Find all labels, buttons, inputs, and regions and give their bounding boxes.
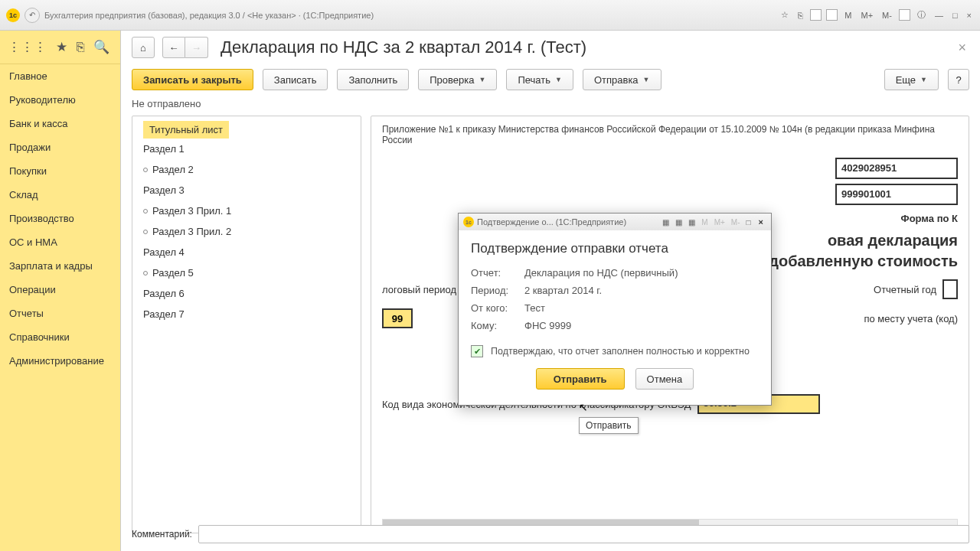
titlebar-icon[interactable] xyxy=(810,9,822,21)
dialog-icon[interactable]: M+ xyxy=(713,218,727,227)
dialog-value: Тест xyxy=(524,302,545,314)
dialog-maximize[interactable]: □ xyxy=(745,218,753,227)
clipboard-icon[interactable]: ⎘ xyxy=(77,40,84,55)
sidebar-item[interactable]: Главное xyxy=(0,64,120,88)
app-title: Бухгалтерия предприятия (базовая), редак… xyxy=(44,11,774,20)
apps-icon[interactable]: ⋮⋮⋮ xyxy=(8,39,47,55)
sidebar-item[interactable]: Руководителю xyxy=(0,88,120,112)
search-icon[interactable]: 🔍 xyxy=(93,39,109,55)
window-close[interactable]: × xyxy=(965,9,974,21)
window-maximize[interactable]: □ xyxy=(950,9,960,21)
sidebar-item[interactable]: Отчеты xyxy=(0,302,120,325)
window-minimize[interactable]: — xyxy=(933,9,946,21)
dialog-icon[interactable]: ▦ xyxy=(687,218,697,227)
titlebar-icon[interactable] xyxy=(826,9,838,21)
titlebar-icon[interactable] xyxy=(899,9,910,21)
sidebar-item[interactable]: Склад xyxy=(0,183,120,207)
sidebar-item[interactable]: Производство xyxy=(0,207,120,230)
main-sidebar: ⋮⋮⋮ ★ ⎘ 🔍 Главное Руководителю Банк и ка… xyxy=(0,31,121,551)
titlebar-icon[interactable]: ⎘ xyxy=(795,9,805,21)
dialog-value: ФНС 9999 xyxy=(524,320,571,331)
dialog-icon[interactable]: ▦ xyxy=(674,218,684,227)
dialog-heading: Подтверждение отправки отчета xyxy=(471,241,759,256)
titlebar-icon[interactable]: ☆ xyxy=(779,8,791,21)
cancel-button[interactable]: Отмена xyxy=(635,368,694,390)
sidebar-item[interactable]: Банк и касса xyxy=(0,112,120,135)
dialog-icon[interactable]: M- xyxy=(730,218,742,227)
dialog-icon[interactable]: ▦ xyxy=(661,218,671,227)
submit-button[interactable]: Отправить xyxy=(536,368,625,390)
dialog-label: Отчет: xyxy=(471,267,524,279)
dialog-value: 2 квартал 2014 г. xyxy=(524,285,602,296)
sidebar-item[interactable]: Покупки xyxy=(0,159,120,183)
sidebar-item[interactable]: Справочники xyxy=(0,325,120,349)
app-logo-icon: 1c xyxy=(6,8,20,22)
app-titlebar: 1c ↶ Бухгалтерия предприятия (базовая), … xyxy=(0,0,980,31)
favorite-icon[interactable]: ★ xyxy=(56,39,67,55)
dialog-label: Кому: xyxy=(471,320,524,331)
dialog-window-title: Подтверждение о... (1С:Предприятие) xyxy=(477,217,658,227)
titlebar-help-icon[interactable]: ⓘ xyxy=(915,8,928,22)
sidebar-item[interactable]: ОС и НМА xyxy=(0,230,120,254)
dialog-close-button[interactable]: × xyxy=(756,217,766,227)
dialog-label: Период: xyxy=(471,285,524,296)
confirm-text: Подтверждаю, что отчет заполнен полность… xyxy=(491,346,750,357)
confirm-checkbox[interactable]: ✔ xyxy=(471,345,483,357)
titlebar-m[interactable]: М xyxy=(842,9,854,21)
dialog-value: Декларация по НДС (первичный) xyxy=(524,267,678,279)
confirm-dialog: 1c Подтверждение о... (1С:Предприятие) ▦… xyxy=(458,213,772,406)
titlebar-back-button[interactable]: ↶ xyxy=(24,8,40,23)
sidebar-item[interactable]: Зарплата и кадры xyxy=(0,254,120,278)
app-logo-icon: 1c xyxy=(463,217,474,227)
sidebar-item[interactable]: Продажи xyxy=(0,135,120,159)
sidebar-item[interactable]: Администрирование xyxy=(0,349,120,373)
titlebar-m-minus[interactable]: М- xyxy=(880,9,894,21)
sidebar-item[interactable]: Операции xyxy=(0,278,120,302)
dialog-icon[interactable]: M xyxy=(700,218,709,227)
tooltip: Отправить xyxy=(579,417,639,434)
titlebar-m-plus[interactable]: М+ xyxy=(858,9,875,21)
dialog-label: От кого: xyxy=(471,302,524,314)
